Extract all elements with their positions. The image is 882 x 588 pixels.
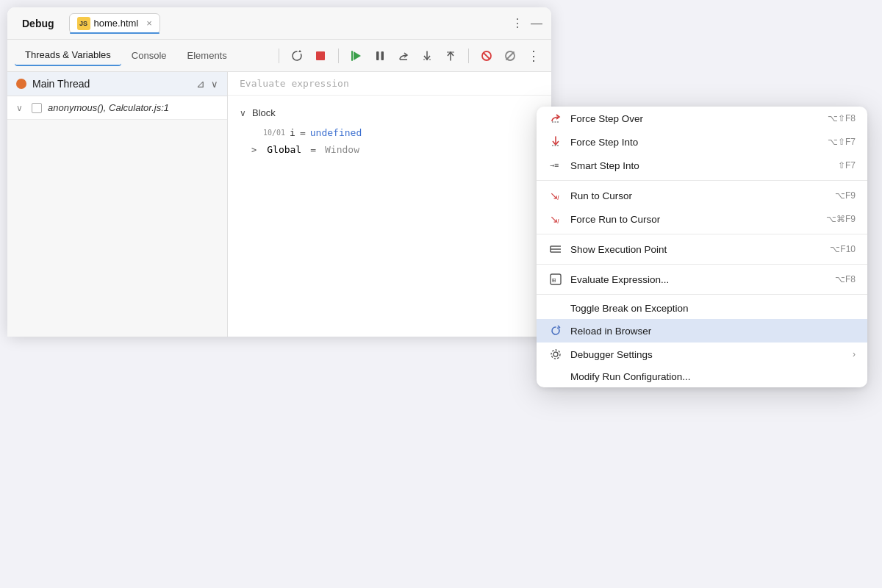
stop-button[interactable] (310, 46, 331, 66)
global-eq: = (310, 144, 316, 155)
left-panel: Main Thread ⊿ ∨ ∨ anonymous(), Calculato… (7, 72, 228, 337)
step-over-toolbar-icon (397, 49, 410, 62)
menu-item-reload-browser[interactable]: Reload in Browser (537, 319, 867, 343)
step-over-button[interactable] (393, 46, 414, 66)
menu-item-run-to-cursor[interactable]: ↘ I Run to Cursor ⌥F9 (537, 184, 867, 207)
global-label: Global (267, 144, 301, 155)
svg-point-28 (553, 352, 558, 356)
title-bar: Debug JS home.html × ⋮ — (7, 7, 551, 40)
menu-item-modify-run-config[interactable]: Modify Run Configuration... (537, 366, 867, 387)
var-equals: = (300, 127, 306, 138)
svg-marker-1 (354, 51, 361, 60)
thread-expand-icon[interactable]: ∨ (211, 79, 218, 90)
svg-line-11 (484, 53, 490, 59)
toolbar-divider-2 (338, 49, 339, 63)
eval-expression-input[interactable]: Evaluate expression (228, 72, 551, 96)
menu-item-force-run-to-cursor[interactable]: ↘ I Force Run to Cursor ⌥⌘F9 (537, 207, 867, 231)
reload-button[interactable] (287, 46, 307, 66)
frame-function-name: anonymous(), Calculator.js:1 (48, 102, 169, 113)
frame-expand-icon: ∨ (16, 103, 23, 113)
show-execution-point-label: Show Execution Point (570, 244, 822, 255)
more-options-button[interactable]: ⋮ (512, 16, 523, 30)
svg-rect-4 (381, 51, 384, 60)
menu-item-smart-step-into[interactable]: →≡ Smart Step Into ⇧F7 (537, 154, 867, 177)
menu-separator-1 (537, 180, 867, 181)
variables-section: ∨ Block 10/01 i = undefined > Global = W… (228, 96, 551, 164)
thread-filter-icon[interactable]: ⊿ (196, 78, 205, 90)
var-type-icon: 10/01 (263, 129, 285, 137)
evaluate-expression-shortcut: ⌥F8 (835, 274, 856, 284)
evaluate-menu-icon: ⊞ (548, 273, 563, 286)
menu-item-debugger-settings[interactable]: Debugger Settings › (537, 343, 867, 366)
menu-item-force-step-over[interactable]: Force Step Over ⌥⇧F8 (537, 107, 867, 130)
step-into-button[interactable] (417, 46, 437, 66)
force-run-to-cursor-shortcut: ⌥⌘F9 (826, 214, 856, 224)
run-cursor-menu-icon: ↘ I (548, 189, 563, 202)
resume-button[interactable] (346, 46, 367, 66)
stop-icon (314, 49, 327, 62)
debug-tab-label[interactable]: Debug (16, 15, 60, 32)
debugger-window: Debug JS home.html × ⋮ — Threads & Varia… (7, 7, 551, 337)
resume-icon (350, 49, 363, 62)
modify-run-config-label: Modify Run Configuration... (570, 371, 848, 382)
force-run-cursor-menu-icon: ↘ I (548, 212, 563, 226)
file-tab[interactable]: JS home.html × (69, 13, 160, 34)
show-execution-point-shortcut: ⌥F10 (830, 244, 856, 254)
menu-item-evaluate-expression[interactable]: ⊞ Evaluate Expression... ⌥F8 (537, 268, 867, 291)
thread-name-label: Main Thread (32, 78, 190, 90)
menu-item-show-execution-point[interactable]: Show Execution Point ⌥F10 (537, 237, 867, 261)
step-over-menu-icon (548, 112, 563, 125)
toggle-break-exception-label: Toggle Break on Exception (570, 303, 848, 314)
pause-icon (373, 49, 387, 62)
title-bar-right: ⋮ — (512, 16, 542, 30)
tab-threads-variables[interactable]: Threads & Variables (15, 45, 121, 66)
svg-text:I: I (557, 218, 559, 225)
svg-rect-3 (376, 51, 379, 60)
thread-status-dot (16, 79, 26, 89)
file-tab-label: home.html (94, 18, 139, 29)
toolbar-more-button[interactable]: ⋮ (523, 46, 544, 66)
stack-frame-item[interactable]: ∨ anonymous(), Calculator.js:1 (7, 96, 227, 120)
pause-button[interactable] (370, 46, 390, 66)
thread-item-main[interactable]: Main Thread ⊿ ∨ (7, 72, 227, 96)
stop-debug-button[interactable] (476, 46, 497, 66)
svg-text:→≡: →≡ (550, 161, 559, 169)
smart-step-into-shortcut: ⇧F7 (838, 160, 856, 171)
svg-rect-0 (316, 51, 325, 60)
smart-step-into-label: Smart Step Into (570, 160, 831, 171)
mute-button[interactable] (500, 46, 520, 66)
menu-separator-4 (537, 294, 867, 295)
menu-item-toggle-break-exception[interactable]: Toggle Break on Exception (537, 298, 867, 319)
block-expand-icon: ∨ (240, 108, 246, 118)
step-out-toolbar-icon (444, 49, 457, 62)
reload-browser-label: Reload in Browser (570, 326, 848, 337)
toolbar-tabs: Threads & Variables Console Elements (15, 45, 271, 66)
minimize-button[interactable]: — (531, 17, 542, 30)
right-panel: Evaluate expression ∨ Block 10/01 i = un… (228, 72, 551, 337)
smart-step-menu-icon: →≡ (548, 159, 563, 172)
debugger-settings-arrow: › (853, 349, 856, 359)
svg-text:⊞: ⊞ (552, 276, 556, 284)
block-scope-header[interactable]: ∨ Block (240, 101, 539, 124)
evaluate-expression-label: Evaluate Expression... (570, 274, 828, 285)
menu-item-force-step-into[interactable]: Force Step Into ⌥⇧F7 (537, 130, 867, 154)
global-value: Window (325, 144, 359, 155)
reload-icon (290, 49, 304, 62)
toolbar-divider-3 (468, 49, 469, 63)
frame-type-icon (32, 103, 42, 113)
global-scope-row[interactable]: > Global = Window (240, 141, 539, 158)
step-out-button[interactable] (440, 46, 461, 66)
variable-i-row: 10/01 i = undefined (240, 124, 539, 141)
close-tab-button[interactable]: × (146, 18, 152, 29)
force-step-into-label: Force Step Into (570, 137, 820, 148)
tab-console[interactable]: Console (121, 46, 177, 65)
tab-elements[interactable]: Elements (177, 46, 237, 65)
toolbar-divider-1 (279, 49, 279, 63)
debugger-settings-menu-icon (548, 348, 563, 361)
execution-point-menu-icon (548, 243, 563, 256)
step-into-menu-icon (548, 135, 563, 148)
block-scope-label: Block (252, 107, 276, 118)
mute-icon (503, 49, 517, 62)
run-to-cursor-label: Run to Cursor (570, 190, 828, 201)
context-menu: Force Step Over ⌥⇧F8 Force Step Into ⌥⇧F… (537, 107, 867, 387)
